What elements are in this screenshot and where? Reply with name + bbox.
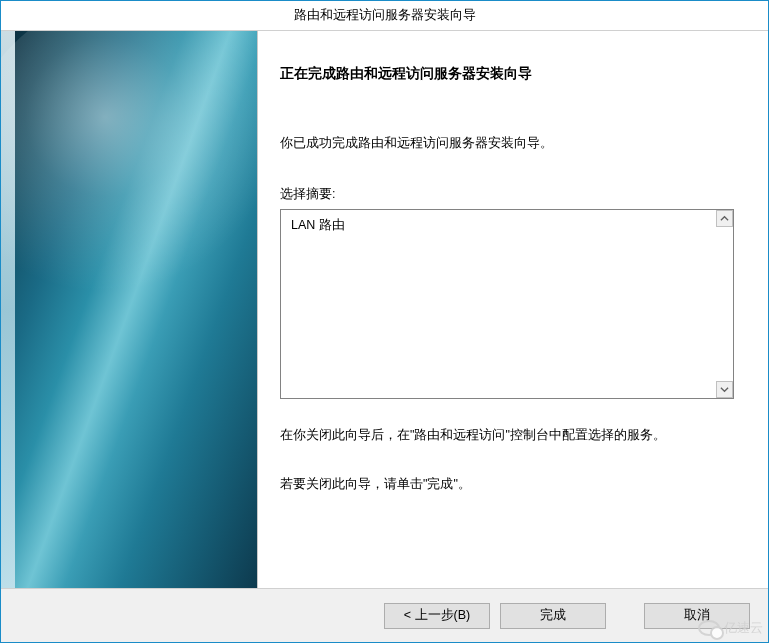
window-title: 路由和远程访问服务器安装向导	[294, 7, 476, 24]
wizard-content: 正在完成路由和远程访问服务器安装向导 你已成功完成路由和远程访问服务器安装向导。…	[258, 31, 768, 588]
scroll-up-button[interactable]	[716, 210, 733, 227]
wizard-window: 路由和远程访问服务器安装向导 正在完成路由和远程访问服务器安装向导 你已成功完成…	[0, 0, 769, 643]
wizard-body: 正在完成路由和远程访问服务器安装向导 你已成功完成路由和远程访问服务器安装向导。…	[1, 31, 768, 588]
wizard-footer: < 上一步(B) 完成 取消	[1, 588, 768, 642]
summary-box-wrap: LAN 路由	[280, 209, 734, 399]
wizard-side-graphic	[1, 31, 258, 588]
back-button[interactable]: < 上一步(B)	[384, 603, 490, 629]
wizard-heading: 正在完成路由和远程访问服务器安装向导	[280, 65, 734, 83]
completion-message: 你已成功完成路由和远程访问服务器安装向导。	[280, 135, 734, 152]
summary-textbox[interactable]: LAN 路由	[280, 209, 734, 399]
summary-text: LAN 路由	[291, 218, 345, 232]
finish-button[interactable]: 完成	[500, 603, 606, 629]
summary-label: 选择摘要:	[280, 186, 734, 203]
close-instruction: 若要关闭此向导，请单击"完成"。	[280, 474, 734, 494]
cancel-button[interactable]: 取消	[644, 603, 750, 629]
scroll-down-button[interactable]	[716, 381, 733, 398]
titlebar: 路由和远程访问服务器安装向导	[1, 1, 768, 31]
chevron-up-icon	[720, 214, 729, 223]
side-strip	[1, 31, 15, 588]
chevron-down-icon	[720, 385, 729, 394]
summary-scrollbar	[716, 210, 733, 398]
post-close-instruction: 在你关闭此向导后，在"路由和远程访问"控制台中配置选择的服务。	[280, 423, 734, 448]
